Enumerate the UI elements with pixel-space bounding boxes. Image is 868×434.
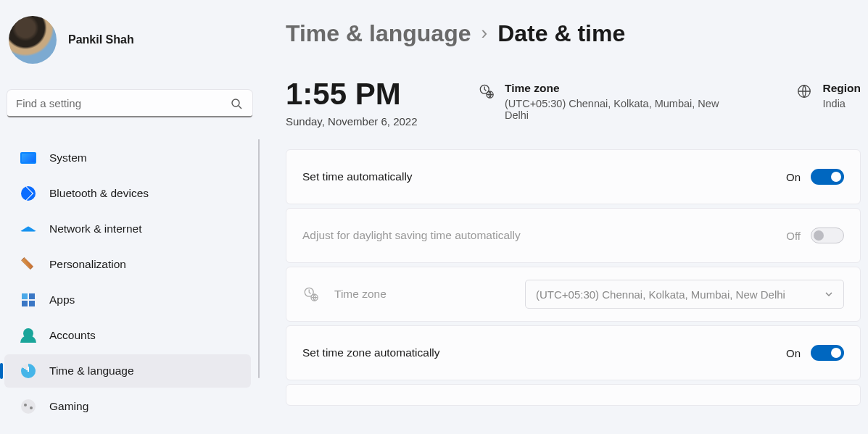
card-label: Set time automatically [302,170,772,183]
scrollbar[interactable] [258,139,260,378]
card-dst-auto: Adjust for daylight saving time automati… [286,208,861,263]
sidebar-item-bluetooth[interactable]: Bluetooth & devices [4,177,251,210]
toggle-set-time-auto[interactable] [811,169,844,185]
sidebar-item-label: Network & internet [49,222,142,235]
current-date: Sunday, November 6, 2022 [286,115,438,128]
region-summary: Region India [796,79,861,109]
sidebar-item-apps[interactable]: Apps [4,283,251,317]
card-label: Adjust for daylight saving time automati… [302,229,772,242]
sidebar-item-personalization[interactable]: Personalization [4,248,251,281]
card-label: Time zone [334,288,479,301]
timezone-summary: Time zone (UTC+05:30) Chennai, Kolkata, … [479,79,734,121]
sidebar: Pankil Shah System Bluetooth & devices N… [0,0,260,434]
card-timezone: Time zone (UTC+05:30) Chennai, Kolkata, … [286,267,861,322]
sidebar-item-network[interactable]: Network & internet [4,212,251,246]
card-label: Set time zone automatically [302,346,772,359]
globe-icon [796,83,812,99]
timezone-select: (UTC+05:30) Chennai, Kolkata, Mumbai, Ne… [525,280,844,309]
sidebar-item-accounts[interactable]: Accounts [4,319,251,352]
svg-point-0 [232,99,239,107]
toggle-dst-auto [811,228,844,243]
select-value: (UTC+05:30) Chennai, Kolkata, Mumbai, Ne… [536,288,785,301]
svg-line-1 [239,106,241,109]
sidebar-item-label: Time & language [49,364,134,377]
person-icon [20,327,36,343]
sidebar-item-label: Accounts [49,329,96,342]
card-set-tz-auto[interactable]: Set time zone automatically On [286,325,861,380]
brush-icon [20,256,36,272]
sidebar-item-time-language[interactable]: Time & language [4,354,251,388]
sidebar-item-label: Bluetooth & devices [49,187,149,200]
clock-block: 1:55 PM Sunday, November 6, 2022 [286,79,438,128]
current-time: 1:55 PM [286,79,438,109]
clock-globe-icon [20,363,36,379]
profile-block[interactable]: Pankil Shah [0,13,260,74]
region-desc: India [822,98,861,109]
toggle-state-label: On [786,347,801,359]
profile-name: Pankil Shah [68,33,134,46]
sidebar-item-label: System [49,151,87,164]
timezone-title: Time zone [505,82,734,95]
gamepad-icon [20,398,36,414]
apps-icon [20,292,36,308]
nav: System Bluetooth & devices Network & int… [0,139,260,425]
sidebar-item-label: Personalization [49,258,126,271]
clock-globe-icon [302,286,320,302]
search-input[interactable] [7,90,252,117]
settings-cards: Set time automatically On Adjust for day… [286,149,861,406]
region-title: Region [822,82,861,95]
card-next-peek[interactable] [286,384,861,406]
search-wrap [7,90,252,117]
chevron-down-icon [824,290,833,299]
wifi-icon [20,221,36,237]
sidebar-item-label: Apps [49,293,75,306]
toggle-state-label: Off [786,230,801,242]
bluetooth-icon [20,185,36,201]
breadcrumb-current: Date & time [497,20,625,47]
card-set-time-auto[interactable]: Set time automatically On [286,149,861,204]
chevron-right-icon: › [481,22,487,44]
breadcrumb: Time & language › Date & time [286,20,861,47]
breadcrumb-parent[interactable]: Time & language [286,20,471,47]
sidebar-item-gaming[interactable]: Gaming [4,390,251,423]
toggle-set-tz-auto[interactable] [811,345,844,361]
summary-row: 1:55 PM Sunday, November 6, 2022 Time zo… [286,79,861,128]
toggle-state-label: On [786,171,801,183]
clock-globe-icon [479,83,495,99]
sidebar-item-label: Gaming [49,400,88,413]
search-icon [231,98,242,109]
main-content: Time & language › Date & time 1:55 PM Su… [260,0,868,434]
avatar [9,16,57,64]
system-icon [20,150,36,166]
sidebar-item-system[interactable]: System [4,141,251,175]
timezone-desc: (UTC+05:30) Chennai, Kolkata, Mumbai, Ne… [505,98,734,121]
